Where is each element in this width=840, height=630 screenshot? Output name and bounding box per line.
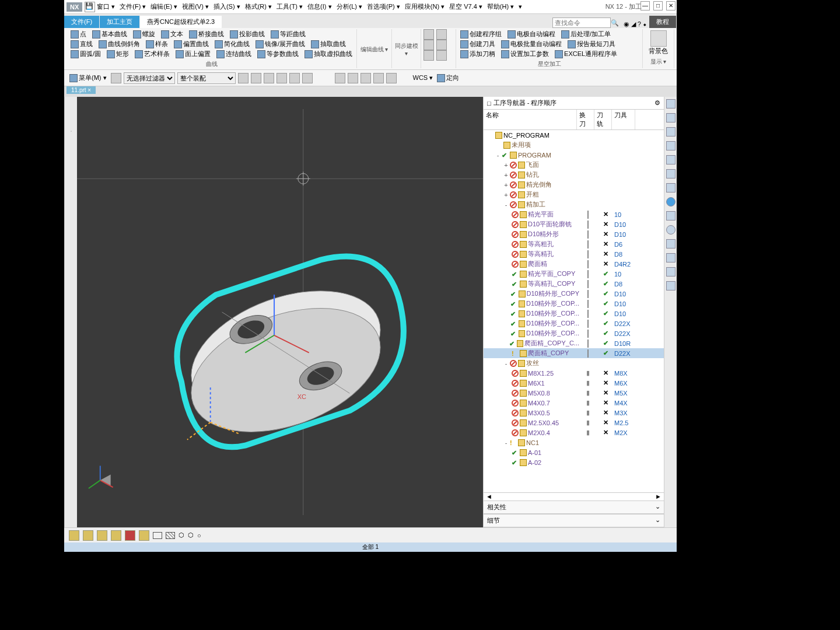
ribbon-cmd[interactable]: 投影曲线 [228,29,267,39]
group-row[interactable]: -✔PROGRAM [484,150,664,160]
rt-ic12[interactable] [666,267,676,276]
ribbon-cmd[interactable]: 抽取曲线 [309,39,348,49]
bi-hex2[interactable]: ⬡ [188,531,194,539]
ribbon-cmd[interactable]: 电极批量自动编程 [499,39,564,49]
rt-clock-icon[interactable] [666,225,676,235]
bi2[interactable] [83,530,93,541]
menu-item[interactable]: 星空 V7.4 ▾ [447,2,484,11]
command-search[interactable] [552,18,611,28]
layer3-icon[interactable] [424,40,434,50]
bi6[interactable] [139,530,149,541]
tb-ic4[interactable] [276,73,287,83]
rt-ic4[interactable] [666,141,676,150]
tb-ic3[interactable] [264,73,274,83]
op-row[interactable]: ✔爬面精_COPY_C...✔D10R [484,338,664,348]
layer4-icon[interactable] [436,40,447,50]
op-row[interactable]: ✔D10精外形_COP...✔D10 [484,299,664,309]
rt-ic13[interactable] [666,281,676,290]
menu-item[interactable]: ▾ [517,3,524,10]
group-display[interactable]: 显示 ▾ [645,58,671,66]
group-row[interactable]: +钻孔 [484,170,664,180]
ribbon-cmd[interactable]: 基本曲线 [90,29,129,39]
ribbon-cmd[interactable]: 创建刀具 [459,39,497,49]
op-row[interactable]: M2.5X0.45▮✕M2.5 [484,418,664,428]
ribbon-cmd[interactable]: 添加刀柄 [459,49,497,59]
shade-icon[interactable] [386,73,397,83]
op-row[interactable]: ✔A-01 [484,447,664,457]
op-row[interactable]: ✔D10精外形_COP...✔D10 [484,309,664,318]
op-row[interactable]: ✔D10精外形_COP...✔D22X [484,318,664,328]
rt-ic8[interactable] [666,197,676,206]
col-swap[interactable]: 换刀 [577,110,594,130]
bg-color-button[interactable]: 背景色 [645,29,671,57]
op-row[interactable]: ✔D10精外形_COP...✔D22X [484,328,664,338]
layer6-icon[interactable] [436,50,447,61]
menu-item[interactable]: 信息(I) ▾ [306,2,333,11]
op-row[interactable]: D10平面轮廓铣✕D10 [484,219,664,229]
pin-icon[interactable]: □ [487,100,491,107]
ribbon-cmd[interactable]: 简化曲线 [213,39,251,49]
nav-ie-icon[interactable] [71,131,72,132]
bi1[interactable] [69,530,79,541]
hscroll-right[interactable]: ► [655,493,662,501]
bi-rect2[interactable] [166,532,175,539]
bi4[interactable] [111,530,121,541]
group-row[interactable]: NC_PROGRAM [484,130,664,140]
ribbon-cmd[interactable]: 电极自动编程 [506,29,557,39]
rt-ic10[interactable] [666,239,676,249]
bi3[interactable] [97,530,107,541]
layer2-icon[interactable] [436,29,447,40]
bi-circle[interactable]: ○ [197,532,201,539]
menu-item[interactable]: 帮助(H) ▾ [485,2,516,11]
save-icon[interactable]: 💾 [85,2,95,12]
group-row[interactable]: +飞面 [484,160,664,170]
ribbon-cmd[interactable]: 抽取虚拟曲线 [303,49,354,59]
group-row[interactable]: -攻丝 [484,358,664,368]
section-detail[interactable]: 细节⌄ [484,514,664,527]
menu-item[interactable]: 编辑(E) ▾ [149,2,179,11]
ribbon-cmd[interactable]: 设置加工参数 [499,49,551,59]
maximize-button[interactable]: □ [653,1,663,10]
ribbon-cmd[interactable]: 桥接曲线 [187,29,226,39]
refresh-icon[interactable] [360,73,371,83]
nav-gear-icon[interactable]: ⚙ [654,99,660,107]
ribbon-cmd[interactable]: 创建程序组 [459,29,503,39]
ribbon-cmd[interactable]: 文本 [159,29,185,39]
tb-ic1[interactable] [238,73,249,83]
op-row[interactable]: D10精外形✕D10 [484,229,664,239]
ribbon-cmd[interactable]: EXCEL通用程序单 [553,49,619,59]
tab-tutorial[interactable]: 教程 [649,16,676,28]
group-edit-curve[interactable]: 编辑曲线 ▾ [360,46,388,54]
tab-plugin[interactable]: 燕秀CNC超级程式单2.3 [140,16,222,28]
zoom-icon[interactable] [348,73,358,83]
col-tool[interactable]: 刀具 [612,110,635,130]
ribbon-cmd[interactable]: 艺术样条 [133,49,172,59]
ribbon-cmd[interactable]: 圆弧/圆 [69,49,103,59]
fit-icon[interactable] [335,73,345,83]
layer5-icon[interactable] [424,50,434,61]
op-row[interactable]: ✔A-02 [484,457,664,467]
op-row[interactable]: 等高粗孔✕D6 [484,239,664,249]
rt-ic2[interactable] [666,113,676,123]
ribbon-cmd[interactable]: 报告最短刀具 [566,39,617,49]
ribbon-cmd[interactable]: 样条 [144,39,170,49]
wcs-dropdown[interactable]: WCS ▾ [413,74,433,82]
asm-select[interactable]: 整个装配 [177,72,236,84]
menu-item[interactable]: 视图(V) ▾ [180,2,211,11]
menu-item[interactable]: 插入(S) ▾ [212,2,242,11]
ribbon-cmd[interactable]: 等参数曲线 [256,49,300,59]
help-icons[interactable]: ◉ ◢ ? ⬥ [621,20,649,28]
rt-ic9[interactable] [666,211,676,220]
ribbon-cmd[interactable]: 直线 [69,39,94,49]
minimize-button[interactable]: — [640,1,650,10]
op-row[interactable]: ✔D10精外形_COPY✔D10 [484,289,664,299]
op-row[interactable]: M5X0.8▮✕M5X [484,388,664,398]
rt-ic11[interactable] [666,253,676,262]
op-row[interactable]: !爬面精_COPY✔D22X [484,348,664,358]
ribbon-cmd[interactable]: 连结曲线 [215,49,253,59]
doc-tab-11prt[interactable]: 11.prt × [66,86,96,94]
ribbon-cmd[interactable]: 后处理/加工单 [559,29,612,39]
op-row[interactable]: ✔精光平面_COPY✔10 [484,269,664,279]
group-row[interactable]: -!NC1 [484,438,664,447]
rt-ic3[interactable] [666,127,676,136]
